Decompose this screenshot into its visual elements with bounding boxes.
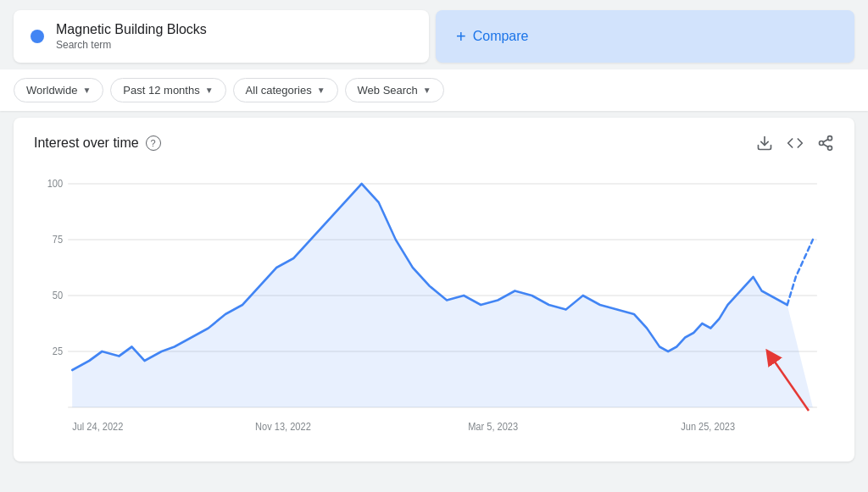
svg-line-5: [823, 139, 828, 141]
search-term-text: Magnetic Building Blocks Search term: [56, 22, 207, 51]
chart-actions: [756, 135, 834, 152]
chart-container: 100 75 50 25 Jul 24, 2022 Nov 13, 2022 M…: [34, 165, 834, 445]
svg-text:25: 25: [53, 346, 63, 357]
chart-section: Interest over time ?: [14, 118, 854, 462]
svg-text:Jun 25, 2023: Jun 25, 2023: [681, 422, 735, 433]
filter-region-label: Worldwide: [26, 84, 77, 97]
filter-category-label: All categories: [246, 84, 312, 97]
filter-category[interactable]: All categories ▼: [233, 78, 338, 102]
chevron-down-icon: ▼: [317, 86, 326, 95]
chevron-down-icon: ▼: [82, 86, 91, 95]
chart-header: Interest over time ?: [34, 135, 834, 152]
svg-text:100: 100: [47, 179, 63, 190]
search-term-subtitle: Search term: [56, 39, 207, 51]
svg-text:Nov 13, 2022: Nov 13, 2022: [255, 422, 311, 433]
svg-text:50: 50: [53, 290, 63, 301]
filters-section: Worldwide ▼ Past 12 months ▼ All categor…: [0, 69, 868, 111]
search-term-card: Magnetic Building Blocks Search term: [14, 10, 429, 63]
embed-icon[interactable]: [787, 135, 804, 152]
download-icon[interactable]: [756, 135, 773, 152]
svg-line-4: [823, 144, 828, 146]
compare-card[interactable]: + Compare: [436, 10, 854, 63]
compare-label: Compare: [473, 29, 529, 44]
chevron-down-icon: ▼: [205, 86, 214, 95]
share-icon[interactable]: [817, 135, 834, 152]
filter-time-label: Past 12 months: [123, 84, 199, 97]
interest-over-time-chart: 100 75 50 25 Jul 24, 2022 Nov 13, 2022 M…: [34, 165, 834, 445]
compare-plus-icon: +: [456, 27, 466, 47]
top-section: Magnetic Building Blocks Search term + C…: [0, 0, 868, 69]
svg-text:Jul 24, 2022: Jul 24, 2022: [72, 422, 123, 433]
chart-title: Interest over time: [34, 135, 139, 151]
chevron-down-icon: ▼: [423, 86, 431, 95]
filter-time[interactable]: Past 12 months ▼: [110, 78, 225, 102]
help-icon[interactable]: ?: [146, 135, 161, 151]
search-term-title: Magnetic Building Blocks: [56, 22, 207, 37]
chart-title-group: Interest over time ?: [34, 135, 161, 151]
svg-text:75: 75: [53, 235, 63, 246]
search-term-dot: [31, 30, 44, 43]
svg-text:Mar 5, 2023: Mar 5, 2023: [468, 422, 518, 433]
filter-region[interactable]: Worldwide ▼: [14, 78, 103, 102]
filter-search-type[interactable]: Web Search ▼: [345, 78, 444, 102]
filter-search-type-label: Web Search: [358, 84, 418, 97]
